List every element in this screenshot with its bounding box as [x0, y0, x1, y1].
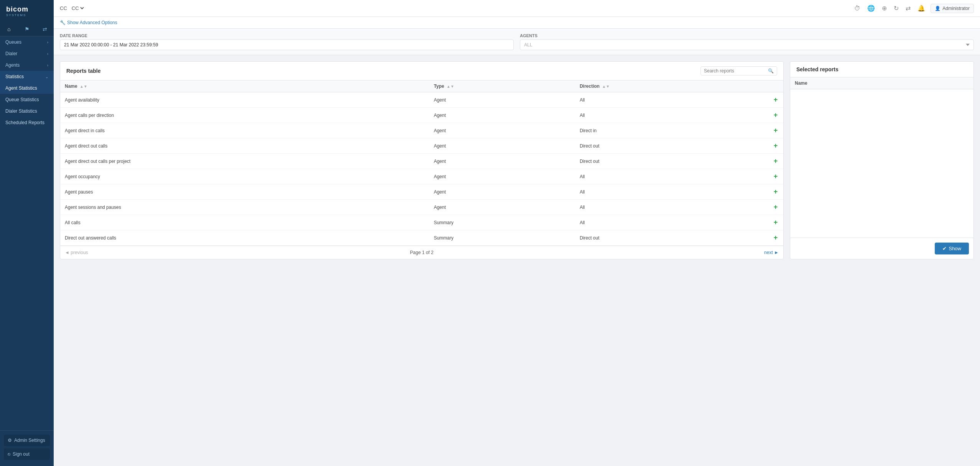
col-action: [768, 80, 783, 92]
administrator-button[interactable]: 👤 Administrator: [931, 4, 974, 13]
date-range-input[interactable]: [60, 39, 514, 50]
flag-icon-btn[interactable]: ⚑: [18, 22, 36, 36]
logo-text: bicom: [6, 5, 48, 13]
add-report-button[interactable]: +: [774, 142, 778, 149]
cell-direction: Direct in: [575, 123, 768, 138]
col-type[interactable]: Type ▲▼: [429, 80, 575, 92]
add-report-button[interactable]: +: [774, 172, 778, 180]
earth-icon[interactable]: ⊕: [880, 3, 888, 13]
show-button[interactable]: ✔ Show: [935, 243, 969, 254]
show-advanced-options-link[interactable]: 🔧 Show Advanced Options: [60, 20, 974, 25]
sidebar-item-queue-statistics[interactable]: Queue Statistics: [0, 94, 54, 105]
cell-add[interactable]: +: [768, 169, 783, 184]
cell-name: All calls: [60, 215, 429, 230]
cell-direction: All: [575, 92, 768, 108]
search-icon: 🔍: [768, 68, 774, 74]
table-row: Agent sessions and pauses Agent All +: [60, 200, 783, 215]
cell-add[interactable]: +: [768, 184, 783, 200]
logo-sub: SYSTEMS: [6, 13, 48, 17]
next-link[interactable]: next ►: [764, 250, 779, 255]
table-row: All calls Summary All +: [60, 215, 783, 230]
cell-add[interactable]: +: [768, 200, 783, 215]
globe-icon[interactable]: 🌐: [866, 3, 876, 13]
pagination: ◄ previous Page 1 of 2 next ►: [60, 246, 783, 259]
add-report-button[interactable]: +: [774, 203, 778, 211]
cell-add[interactable]: +: [768, 154, 783, 169]
col-name[interactable]: Name ▲▼: [60, 80, 429, 92]
sync-icon[interactable]: ⇄: [904, 3, 912, 13]
add-report-button[interactable]: +: [774, 234, 778, 241]
reports-section: Reports table 🔍 Name ▲▼: [54, 55, 980, 266]
cell-type: Agent: [429, 108, 575, 123]
cell-type: Summary: [429, 230, 575, 246]
cell-add[interactable]: +: [768, 230, 783, 246]
cell-add[interactable]: +: [768, 123, 783, 138]
add-report-button[interactable]: +: [774, 218, 778, 226]
table-row: Agent calls per direction Agent All +: [60, 108, 783, 123]
reports-table: Name ▲▼ Type ▲▼ Direction ▲▼: [60, 80, 783, 246]
add-report-button[interactable]: +: [774, 188, 778, 195]
add-report-button[interactable]: +: [774, 96, 778, 103]
sidebar-item-scheduled-reports[interactable]: Scheduled Reports: [0, 117, 54, 128]
sidebar-item-agents-label: Agents: [5, 62, 20, 68]
cell-name: Agent sessions and pauses: [60, 200, 429, 215]
agents-filter: Agents ALL: [520, 33, 974, 50]
cell-add[interactable]: +: [768, 138, 783, 154]
selected-reports-empty: [790, 89, 973, 238]
search-box[interactable]: 🔍: [700, 66, 777, 75]
search-input[interactable]: [704, 68, 768, 74]
reports-table-header: Reports table 🔍: [60, 62, 783, 80]
cc-selector[interactable]: CC CC: [60, 5, 853, 11]
cc-dropdown[interactable]: CC: [70, 5, 85, 11]
sidebar-item-agent-statistics[interactable]: Agent Statistics: [0, 82, 54, 94]
cell-direction: All: [575, 108, 768, 123]
cell-name: Direct out answered calls: [60, 230, 429, 246]
selected-name-header: Name: [790, 77, 973, 89]
sidebar-item-statistics-label: Statistics: [5, 74, 24, 79]
cell-add[interactable]: +: [768, 108, 783, 123]
cell-name: Agent direct in calls: [60, 123, 429, 138]
table-row: Agent occupancy Agent All +: [60, 169, 783, 184]
date-range-filter: Date Range: [60, 33, 514, 50]
sign-out-button[interactable]: ⎋ Sign out: [4, 448, 50, 460]
admin-settings-button[interactable]: ⚙ Admin Settings: [4, 435, 50, 446]
sidebar-item-queues[interactable]: Queues ›: [0, 36, 54, 48]
share-icon-btn[interactable]: ⇄: [36, 22, 54, 36]
cell-name: Agent calls per direction: [60, 108, 429, 123]
filters-bar: Date Range Agents ALL: [54, 29, 980, 55]
add-report-button[interactable]: +: [774, 111, 778, 119]
bell-icon[interactable]: 🔔: [916, 3, 927, 13]
cell-add[interactable]: +: [768, 215, 783, 230]
reports-table-panel: Reports table 🔍 Name ▲▼: [60, 61, 784, 259]
cell-type: Summary: [429, 215, 575, 230]
add-report-button[interactable]: +: [774, 157, 778, 165]
cell-type: Agent: [429, 92, 575, 108]
cell-name: Agent availability: [60, 92, 429, 108]
sort-name-icon: ▲▼: [80, 84, 87, 89]
cell-direction: All: [575, 184, 768, 200]
date-range-label: Date Range: [60, 33, 514, 38]
page-info: Page 1 of 2: [410, 250, 433, 255]
clock-icon[interactable]: ⏱: [853, 3, 862, 13]
gear-icon: ⚙: [8, 438, 12, 443]
sidebar-item-dialer[interactable]: Dialer ›: [0, 48, 54, 59]
home-icon-btn[interactable]: ⌂: [0, 22, 18, 36]
logo: bicom SYSTEMS: [0, 0, 54, 22]
cell-add[interactable]: +: [768, 92, 783, 108]
sidebar-item-agent-statistics-label: Agent Statistics: [5, 85, 37, 91]
sidebar-item-dialer-statistics[interactable]: Dialer Statistics: [0, 105, 54, 117]
sidebar-item-statistics[interactable]: Statistics ⌄: [0, 71, 54, 82]
cell-direction: All: [575, 169, 768, 184]
topbar-right: ⏱ 🌐 ⊕ ↻ ⇄ 🔔 👤 Administrator: [853, 3, 974, 13]
show-button-label: Show: [949, 246, 961, 251]
add-report-button[interactable]: +: [774, 126, 778, 134]
check-icon: ✔: [942, 246, 947, 251]
sidebar-item-dialer-label: Dialer: [5, 51, 17, 56]
prev-link[interactable]: ◄ previous: [65, 250, 88, 255]
sidebar-item-agents[interactable]: Agents ›: [0, 59, 54, 71]
refresh-icon[interactable]: ↻: [892, 3, 900, 13]
selected-reports-header: Selected reports: [790, 62, 973, 77]
page-content: 🔧 Show Advanced Options Date Range Agent…: [54, 17, 980, 466]
col-direction[interactable]: Direction ▲▼: [575, 80, 768, 92]
agents-dropdown[interactable]: ALL: [520, 39, 974, 50]
